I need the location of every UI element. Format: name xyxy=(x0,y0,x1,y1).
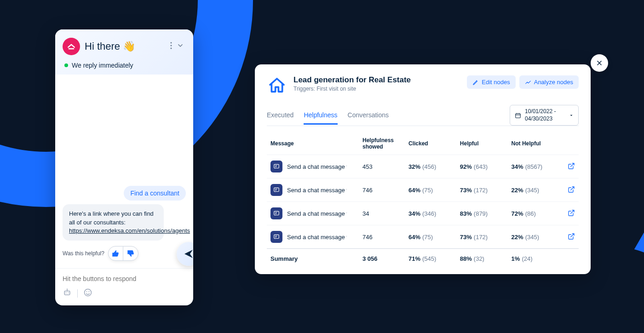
row-not-cnt: (86) xyxy=(525,210,536,217)
bot-link[interactable]: https://www.endeksa.com/en/solutions/age… xyxy=(69,227,190,234)
tab-executed[interactable]: Executed xyxy=(267,107,293,125)
row-clicked-pct: 64% xyxy=(408,234,420,241)
table-row: Send a chat message to74664%(75)73%(172)… xyxy=(267,225,579,249)
dropdown-caret-icon xyxy=(569,113,574,118)
calendar-icon xyxy=(515,112,521,119)
summary-clicked-cnt: (545) xyxy=(422,255,436,262)
row-clicked-cnt: (75) xyxy=(422,234,433,241)
close-button[interactable] xyxy=(591,54,608,72)
row-message: Send a chat message to xyxy=(287,187,347,194)
summary-label: Summary xyxy=(267,249,359,269)
col-helpfulness-showed: Helpfulness showed xyxy=(359,131,405,155)
svg-point-2 xyxy=(171,45,172,46)
summary-row: Summary3 05671%(545)88%(32)1%(24) xyxy=(267,249,579,269)
col-clicked: Clicked xyxy=(405,131,456,155)
thumbs-up-button[interactable] xyxy=(109,247,123,260)
user-message: Find a consultant xyxy=(124,186,186,201)
chat-title: Hi there 👋 xyxy=(85,40,164,52)
row-helpful-pct: 73% xyxy=(460,234,472,241)
svg-point-8 xyxy=(67,289,68,290)
row-clicked-pct: 64% xyxy=(408,187,420,194)
svg-rect-12 xyxy=(516,114,521,118)
col-message: Message xyxy=(267,131,359,155)
emoji-icon[interactable] xyxy=(83,288,92,299)
dashboard-subtitle: Triggers: First visit on site xyxy=(293,86,460,92)
row-not-cnt: (345) xyxy=(525,234,539,241)
helpfulness-table: Message Helpfulness showed Clicked Helpf… xyxy=(267,131,579,269)
row-helpful-cnt: (172) xyxy=(474,234,488,241)
bot-icon[interactable] xyxy=(63,288,72,299)
table-row: Send a chat message to45332%(456)92%(643… xyxy=(267,155,579,178)
chat-widget: Hi there 👋 We reply immediately Find a c… xyxy=(55,29,193,305)
svg-rect-4 xyxy=(64,291,70,295)
date-range-picker[interactable]: 10/01/2022 - 04/30/2023 xyxy=(510,105,579,126)
analyze-nodes-button[interactable]: Analyze nodes xyxy=(519,75,579,89)
summary-not-pct: 1% xyxy=(512,255,520,262)
row-not-cnt: (345) xyxy=(525,187,539,194)
open-row-icon[interactable] xyxy=(568,235,575,241)
row-clicked-pct: 34% xyxy=(408,210,420,217)
chat-header: Hi there 👋 We reply immediately xyxy=(55,29,193,75)
row-not-pct: 22% xyxy=(512,187,523,194)
summary-helpful-pct: 88% xyxy=(460,255,472,262)
chat-footer xyxy=(55,268,193,305)
row-clicked-cnt: (75) xyxy=(422,187,433,194)
chat-status: We reply immediately xyxy=(63,62,186,69)
row-clicked-cnt: (346) xyxy=(422,210,436,217)
feedback-question: Was this helpful? xyxy=(63,250,104,257)
col-helpful: Helpful xyxy=(456,131,508,155)
dashboard-title: Lead generation for Real Estate xyxy=(293,75,460,85)
svg-point-3 xyxy=(171,48,172,49)
chevron-down-icon[interactable] xyxy=(175,40,186,53)
table-row: Send a chat message to74664%(75)73%(172)… xyxy=(267,178,579,202)
row-showed: 34 xyxy=(359,202,405,225)
tab-conversations[interactable]: Conversations xyxy=(348,107,389,125)
row-not-pct: 34% xyxy=(512,163,523,170)
chat-body: Find a consultant Here's a link where yo… xyxy=(55,75,193,268)
svg-point-11 xyxy=(89,291,90,292)
row-showed: 453 xyxy=(359,155,405,178)
chat-message-icon xyxy=(270,184,282,196)
row-showed: 746 xyxy=(359,178,405,202)
svg-point-6 xyxy=(68,293,69,293)
bot-message: Here's a link where you can find all of … xyxy=(63,204,164,241)
tab-helpfulness[interactable]: Helpfulness xyxy=(304,107,337,125)
row-not-pct: 22% xyxy=(512,234,523,241)
row-showed: 746 xyxy=(359,225,405,249)
chat-message-icon xyxy=(270,161,282,172)
svg-rect-25 xyxy=(274,235,279,239)
row-not-cnt: (8567) xyxy=(525,163,543,170)
wave-emoji: 👋 xyxy=(123,40,135,52)
svg-point-10 xyxy=(86,291,87,292)
edit-nodes-button[interactable]: Edit nodes xyxy=(467,75,515,89)
chat-message-icon xyxy=(270,231,282,243)
svg-point-5 xyxy=(66,293,67,293)
row-clicked-cnt: (456) xyxy=(422,163,436,170)
house-icon xyxy=(267,75,287,96)
row-helpful-pct: 92% xyxy=(460,163,472,170)
chat-logo xyxy=(63,38,80,55)
summary-clicked-pct: 71% xyxy=(408,255,420,262)
svg-rect-19 xyxy=(274,188,279,192)
row-message: Send a chat message to xyxy=(287,210,347,217)
row-clicked-pct: 32% xyxy=(408,163,420,170)
chat-input[interactable] xyxy=(63,275,186,282)
summary-not-cnt: (24) xyxy=(522,255,532,262)
more-icon[interactable] xyxy=(168,40,174,53)
row-message: Send a chat message to xyxy=(287,234,347,241)
row-helpful-pct: 73% xyxy=(460,187,472,194)
table-row: Send a chat message to3434%(346)83%(879)… xyxy=(267,202,579,225)
row-message: Send a chat message to xyxy=(287,163,347,170)
svg-rect-16 xyxy=(274,165,279,168)
open-row-icon[interactable] xyxy=(568,164,575,171)
dashboard-panel: Lead generation for Real Estate Triggers… xyxy=(255,64,591,274)
svg-point-1 xyxy=(171,42,172,44)
row-not-pct: 72% xyxy=(512,210,523,217)
status-dot-icon xyxy=(64,63,68,67)
open-row-icon[interactable] xyxy=(568,188,575,195)
thumbs-down-button[interactable] xyxy=(123,247,138,260)
open-row-icon[interactable] xyxy=(568,211,575,218)
row-helpful-pct: 83% xyxy=(460,210,472,217)
row-helpful-cnt: (879) xyxy=(474,210,488,217)
svg-rect-22 xyxy=(274,212,279,215)
